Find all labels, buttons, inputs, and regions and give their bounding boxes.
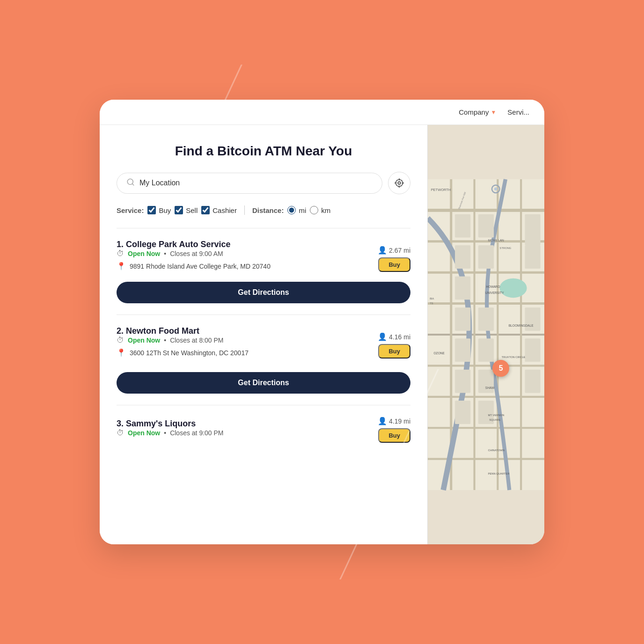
location-3-status: ⏱ Open Now • Closes at 9:00 PM bbox=[117, 429, 372, 437]
svg-text:BLOOMINGDALE: BLOOMINGDALE bbox=[509, 324, 534, 327]
location-1-left: 1. College Park Auto Service ⏱ Open Now … bbox=[117, 240, 410, 278]
svg-text:HOWARD: HOWARD bbox=[486, 285, 500, 288]
location-card-3: 3. Sammy's Liquors ⏱ Open Now • Closes a… bbox=[117, 405, 410, 454]
svg-rect-35 bbox=[525, 370, 541, 393]
svg-rect-25 bbox=[455, 277, 470, 300]
location-1-address: 📍 9891 Rhode Island Ave College Park, MD… bbox=[117, 262, 271, 271]
location-2-open: Open Now bbox=[128, 337, 160, 344]
location-card-1: 1. College Park Auto Service ⏱ Open Now … bbox=[117, 228, 410, 315]
svg-text:MCMILLAN: MCMILLAN bbox=[488, 239, 504, 242]
distance-icon-2: 👤 bbox=[378, 332, 387, 341]
sell-checkbox[interactable] bbox=[175, 206, 183, 214]
search-bar bbox=[117, 172, 410, 194]
svg-rect-23 bbox=[478, 245, 494, 269]
filter-cashier[interactable]: Cashier bbox=[201, 206, 237, 214]
location-2-info: 2. Newton Food Mart ⏱ Open Now • Closes … bbox=[117, 326, 372, 365]
svg-text:BIA: BIA bbox=[430, 297, 434, 300]
svg-rect-26 bbox=[525, 214, 541, 245]
location-3-distance: 👤 4.19 mi bbox=[378, 417, 410, 425]
svg-rect-22 bbox=[455, 245, 470, 269]
location-2-right: 👤 4.16 mi Buy bbox=[378, 332, 410, 359]
filters-row: Service: Buy Sell Cashier Distanc bbox=[117, 205, 410, 215]
my-location-button[interactable] bbox=[388, 172, 410, 194]
location-1-status: ⏱ Open Now • Closes at 9:00 AM bbox=[117, 249, 271, 258]
svg-point-2 bbox=[398, 182, 401, 184]
sell-label: Sell bbox=[186, 206, 198, 214]
location-1-number: 1. bbox=[117, 240, 126, 249]
location-1-header: 1. College Park Auto Service ⏱ Open Now … bbox=[117, 240, 410, 278]
location-2-address: 📍 3600 12Th St Ne Washington, DC 20017 bbox=[117, 348, 372, 357]
location-2-number: 2. bbox=[117, 326, 126, 336]
location-2-buy-button[interactable]: Buy bbox=[378, 344, 410, 359]
service-label: Service: bbox=[117, 206, 144, 214]
location-1-right: 👤 2.67 mi Buy bbox=[378, 246, 410, 272]
cashier-checkbox[interactable] bbox=[201, 206, 210, 214]
pin-icon-1: 📍 bbox=[117, 262, 126, 271]
main-area: Find a Bitcoin ATM Near You bbox=[100, 125, 544, 544]
km-radio[interactable] bbox=[310, 206, 318, 214]
svg-rect-36 bbox=[455, 401, 470, 424]
svg-rect-24 bbox=[525, 245, 541, 269]
location-2-name: 2. Newton Food Mart bbox=[117, 326, 372, 336]
svg-rect-30 bbox=[455, 338, 470, 362]
search-icon bbox=[126, 178, 135, 189]
location-2-distance: 👤 4.16 mi bbox=[378, 332, 410, 341]
svg-rect-20 bbox=[455, 214, 470, 238]
location-card-2: 2. Newton Food Mart ⏱ Open Now • Closes … bbox=[117, 315, 410, 405]
location-3-buy-button[interactable]: Buy bbox=[378, 428, 410, 443]
filter-sell[interactable]: Sell bbox=[175, 206, 198, 214]
clock-icon-1: ⏱ bbox=[117, 249, 124, 258]
nav-item-company[interactable]: Company ▼ bbox=[459, 108, 496, 116]
location-3-row-info: 3. Sammy's Liquors ⏱ Open Now • Closes a… bbox=[117, 417, 410, 443]
svg-text:PETWORTH: PETWORTH bbox=[431, 188, 451, 192]
location-3-number: 3. bbox=[117, 419, 126, 428]
nav-dropdown-arrow: ▼ bbox=[490, 109, 496, 116]
search-input-wrapper[interactable] bbox=[117, 173, 382, 194]
svg-text:PENN QUARTER: PENN QUARTER bbox=[488, 472, 510, 475]
top-nav: Company ▼ Servi... bbox=[100, 100, 544, 125]
app-card: Company ▼ Servi... Find a Bitcoin ATM Ne… bbox=[100, 100, 544, 544]
svg-text:MT VERNON: MT VERNON bbox=[488, 414, 505, 417]
map-marker-5[interactable]: 5 bbox=[492, 360, 509, 377]
svg-line-1 bbox=[132, 183, 133, 185]
location-1-info: 1. College Park Auto Service ⏱ Open Now … bbox=[117, 240, 271, 278]
location-1-directions-button[interactable]: Get Directions bbox=[117, 282, 410, 303]
svg-rect-32 bbox=[525, 338, 541, 362]
svg-text:STRONG: STRONG bbox=[500, 247, 512, 249]
nav-item-services[interactable]: Servi... bbox=[507, 108, 529, 116]
location-1-buy-button[interactable]: Buy bbox=[378, 257, 410, 272]
location-2-close-time: Closes at 8:00 PM bbox=[170, 337, 223, 344]
nav-services-label: Servi... bbox=[507, 108, 529, 116]
page-title: Find a Bitcoin ATM Near You bbox=[117, 144, 410, 159]
buy-checkbox[interactable] bbox=[147, 206, 156, 214]
cashier-label: Cashier bbox=[212, 206, 237, 214]
map-panel[interactable]: PETWORTH MCMILLAN STRONG HOWARD UNIVERSI… bbox=[428, 125, 544, 544]
mi-label: mi bbox=[299, 206, 306, 214]
distance-icon-1: 👤 bbox=[378, 246, 387, 255]
km-label: km bbox=[321, 206, 330, 214]
map-svg: PETWORTH MCMILLAN STRONG HOWARD UNIVERSI… bbox=[428, 125, 544, 544]
location-1-close-time: Closes at 9:00 AM bbox=[170, 250, 223, 257]
filter-km[interactable]: km bbox=[310, 206, 330, 214]
mi-radio[interactable] bbox=[287, 206, 296, 214]
location-1-distance: 👤 2.67 mi bbox=[378, 246, 410, 255]
buy-label: Buy bbox=[159, 206, 171, 214]
pin-icon-2: 📍 bbox=[117, 348, 126, 357]
search-input[interactable] bbox=[139, 179, 373, 187]
svg-point-19 bbox=[500, 278, 527, 298]
filter-divider bbox=[244, 205, 245, 215]
svg-text:SQUARE: SQUARE bbox=[489, 418, 501, 421]
clock-icon-2: ⏱ bbox=[117, 336, 124, 344]
filter-mi[interactable]: mi bbox=[287, 206, 306, 214]
filter-buy[interactable]: Buy bbox=[147, 206, 171, 214]
svg-text:SHAW: SHAW bbox=[485, 386, 495, 389]
nav-company-label: Company bbox=[459, 108, 489, 116]
location-3-info: 3. Sammy's Liquors ⏱ Open Now • Closes a… bbox=[117, 419, 372, 441]
svg-text:UNIVERSITY: UNIVERSITY bbox=[485, 291, 504, 294]
location-2-directions-button[interactable]: Get Directions bbox=[117, 372, 410, 394]
location-3-right: 👤 4.19 mi Buy bbox=[378, 417, 410, 443]
svg-rect-27 bbox=[455, 307, 470, 331]
svg-text:TRUXTON CIRCLE: TRUXTON CIRCLE bbox=[502, 356, 526, 359]
clock-icon-3: ⏱ bbox=[117, 429, 124, 437]
location-1-row-info: 1. College Park Auto Service ⏱ Open Now … bbox=[117, 240, 410, 278]
